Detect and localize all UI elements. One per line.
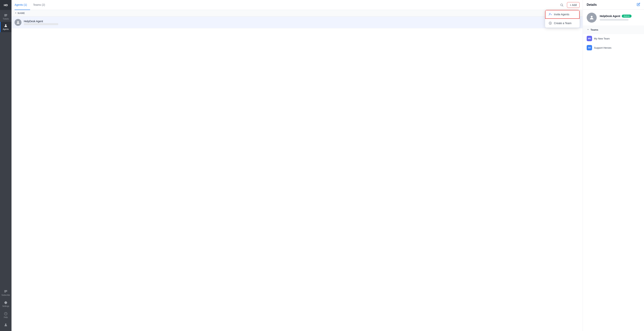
add-button[interactable]: + Add <box>567 2 580 8</box>
teams-section: Teams MN My New Team SH Support Heroes <box>583 26 644 52</box>
sidebar-item-subscribe[interactable]: Subscribe <box>0 288 12 298</box>
panel-header: Details <box>583 0 644 9</box>
header-tabs: Agents (1) Teams (2) + Add <box>12 0 583 10</box>
edit-icon[interactable] <box>637 3 640 7</box>
sort-icon <box>14 12 17 14</box>
help-label: Help <box>4 316 8 318</box>
invite-agents-label: Invite Agents <box>554 13 569 16</box>
team-item-support-heroes[interactable]: SH Support Heroes <box>583 43 644 52</box>
teams-header[interactable]: Teams <box>583 26 644 34</box>
panel-agent-name-area: HelpDesk Agent Admin <box>600 14 640 21</box>
teams-header-label: Teams <box>590 28 598 31</box>
settings-icon <box>4 301 8 305</box>
panel-admin-badge: Admin <box>622 14 632 18</box>
tab-teams[interactable]: Teams (2) <box>30 0 48 10</box>
panel-title: Details <box>587 3 597 6</box>
search-icon <box>560 3 564 7</box>
svg-rect-1 <box>4 15 7 15</box>
search-button[interactable] <box>559 2 565 8</box>
dropdown-create-team[interactable]: Create a Team <box>545 19 580 27</box>
my-new-team-name: My New Team <box>594 37 610 40</box>
panel-avatar <box>587 13 597 22</box>
svg-line-12 <box>562 5 563 6</box>
tab-agents[interactable]: Agents (1) <box>14 0 30 10</box>
team-item-my-new-team[interactable]: MN My New Team <box>583 34 644 43</box>
subscribe-icon <box>4 290 8 294</box>
col-name: NAME <box>14 12 541 14</box>
agent-name: HelpDesk Agent <box>24 20 541 23</box>
svg-rect-0 <box>4 14 7 15</box>
sidebar-item-help[interactable]: ? Help <box>0 310 12 320</box>
panel-agent-name-row: HelpDesk Agent Admin <box>600 14 640 18</box>
support-heroes-name: Support Heroes <box>594 46 612 49</box>
agent-avatar <box>14 19 22 26</box>
sidebar: HD Tickets Agents Subscribe <box>0 0 12 331</box>
create-team-icon <box>548 21 552 25</box>
svg-point-11 <box>560 4 563 6</box>
sidebar-nav: Tickets Agents <box>0 10 12 288</box>
help-icon: ? <box>4 312 8 316</box>
tickets-icon <box>4 13 8 17</box>
tickets-label: Tickets <box>3 18 8 20</box>
svg-point-3 <box>5 24 6 26</box>
agents-label: Agents <box>3 28 8 30</box>
create-team-label: Create a Team <box>554 22 572 25</box>
profile-icon <box>4 323 8 327</box>
dropdown-invite-agents[interactable]: Invite Agents <box>545 10 580 19</box>
sidebar-item-settings[interactable]: Settings <box>0 299 12 309</box>
panel-agent-email <box>600 19 628 21</box>
logo: HD <box>0 0 12 10</box>
svg-rect-6 <box>4 292 6 293</box>
svg-point-13 <box>549 13 550 14</box>
agent-name-area: HelpDesk Agent <box>24 20 541 25</box>
support-heroes-avatar: SH <box>587 45 592 50</box>
svg-rect-5 <box>4 291 7 292</box>
panel-agent-info: HelpDesk Agent Admin <box>583 9 644 26</box>
panel-avatar-icon <box>589 15 594 20</box>
settings-label: Settings <box>2 305 9 307</box>
subscribe-label: Subscribe <box>2 294 10 296</box>
agent-email <box>24 23 58 25</box>
svg-point-10 <box>5 324 6 325</box>
svg-text:?: ? <box>5 313 6 315</box>
main-content: Agents (1) Teams (2) + Add <box>12 0 583 331</box>
invite-agents-icon <box>548 13 552 16</box>
panel-agent-name: HelpDesk Agent <box>600 14 620 18</box>
svg-point-20 <box>591 16 592 18</box>
right-panel: Details HelpDesk Agent Admin <box>583 0 644 331</box>
chevron-down-icon <box>587 28 590 31</box>
sidebar-bottom: Subscribe Settings ? Help <box>0 288 12 331</box>
svg-rect-4 <box>4 290 7 291</box>
table-header: NAME ROLE <box>12 10 583 17</box>
agents-icon <box>4 24 8 27</box>
svg-point-19 <box>18 21 19 22</box>
sidebar-item-profile[interactable] <box>0 321 12 329</box>
sidebar-item-tickets[interactable]: Tickets <box>0 11 12 22</box>
sidebar-item-agents[interactable]: Agents <box>0 22 12 32</box>
header-actions: + Add <box>559 2 580 8</box>
avatar-icon <box>16 20 20 24</box>
svg-rect-2 <box>4 16 7 16</box>
my-new-team-avatar: MN <box>587 36 592 41</box>
table-row[interactable]: HelpDesk Agent Admin <box>12 17 583 28</box>
dropdown-menu: Invite Agents Create a Team <box>545 10 580 27</box>
